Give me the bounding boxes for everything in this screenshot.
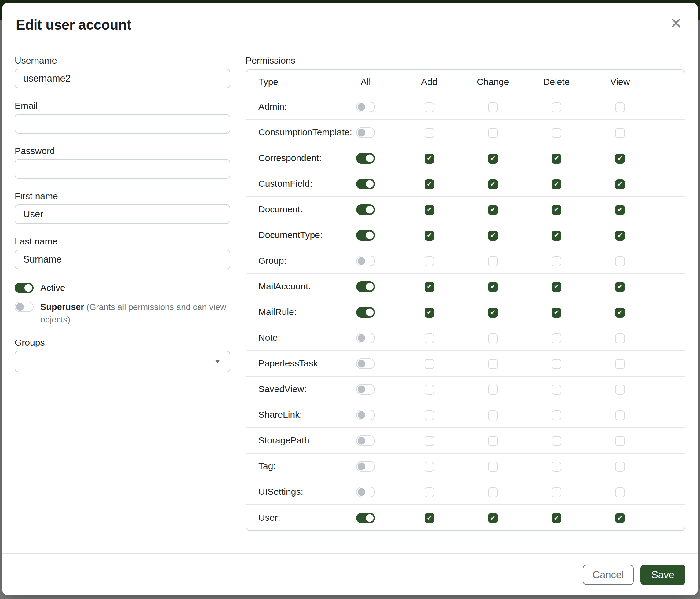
permission-view-checkbox[interactable] [615,257,625,266]
groups-select[interactable]: ▼ [15,351,230,372]
permission-change-checkbox[interactable] [488,257,498,266]
permission-change-checkbox[interactable] [488,102,498,112]
permission-delete-checkbox[interactable]: ✔ [552,154,561,164]
permission-view-checkbox[interactable] [615,436,625,446]
permission-view-checkbox[interactable] [615,102,625,112]
permission-delete-checkbox[interactable]: ✔ [552,205,561,215]
permission-all-toggle[interactable] [356,513,375,523]
permission-all-toggle[interactable] [356,205,375,215]
permission-type-label: StoragePath: [246,428,334,453]
permission-all-toggle[interactable] [356,410,375,420]
permission-add-checkbox[interactable]: ✔ [425,205,434,215]
permission-all-toggle[interactable] [356,435,375,446]
permission-view-checkbox[interactable] [615,128,625,138]
permission-delete-checkbox[interactable] [552,385,561,394]
permission-add-checkbox[interactable]: ✔ [425,154,434,164]
permission-add-checkbox[interactable] [425,487,434,497]
permission-all-toggle[interactable] [356,230,375,241]
permission-view-checkbox[interactable]: ✔ [615,282,625,292]
first-name-input[interactable] [15,205,230,224]
permission-change-checkbox[interactable]: ✔ [488,205,498,215]
permission-change-checkbox[interactable] [488,462,498,472]
permission-add-checkbox[interactable]: ✔ [425,308,434,317]
permission-all-toggle[interactable] [356,384,375,394]
cancel-button[interactable]: Cancel [583,565,634,585]
permission-view-checkbox[interactable] [615,487,625,497]
permission-add-checkbox[interactable] [425,333,434,343]
permission-delete-checkbox[interactable] [552,359,561,369]
permission-all-toggle[interactable] [356,358,375,369]
permission-all-toggle[interactable] [356,102,375,112]
last-name-input[interactable] [15,250,230,269]
check-icon: ✔ [554,206,559,213]
permission-all-toggle[interactable] [356,307,375,317]
permission-delete-checkbox[interactable] [552,462,561,472]
permission-all-toggle[interactable] [356,179,375,189]
permission-view-checkbox[interactable]: ✔ [615,231,625,241]
permission-change-checkbox[interactable] [488,385,498,394]
permission-add-checkbox[interactable]: ✔ [425,513,434,523]
save-button[interactable]: Save [641,565,685,585]
active-toggle[interactable] [15,283,33,293]
permission-view-checkbox[interactable]: ✔ [615,205,625,215]
permission-delete-checkbox[interactable]: ✔ [552,513,561,523]
permission-add-checkbox[interactable]: ✔ [425,231,434,241]
permission-view-checkbox[interactable]: ✔ [615,154,625,164]
permission-view-checkbox[interactable] [615,410,625,420]
permission-delete-checkbox[interactable] [552,257,561,266]
username-input[interactable] [15,69,230,88]
permission-change-checkbox[interactable] [488,359,498,369]
permission-view-checkbox[interactable]: ✔ [615,308,625,317]
permission-delete-checkbox[interactable]: ✔ [552,179,561,189]
permission-delete-checkbox[interactable]: ✔ [552,308,561,317]
permission-change-checkbox[interactable] [488,487,498,497]
permission-add-checkbox[interactable] [425,385,434,394]
check-icon: ✔ [490,283,496,290]
permission-all-toggle[interactable] [356,282,375,292]
permission-all-toggle[interactable] [356,127,375,138]
permission-delete-checkbox[interactable] [552,410,561,420]
superuser-toggle[interactable] [15,302,33,312]
permission-change-checkbox[interactable] [488,128,498,138]
permission-add-checkbox[interactable] [425,410,434,420]
permission-all-toggle[interactable] [356,487,375,497]
permission-delete-checkbox[interactable] [552,436,561,446]
permission-add-checkbox[interactable]: ✔ [425,179,434,189]
permission-add-checkbox[interactable] [425,462,434,472]
permission-view-checkbox[interactable] [615,385,625,394]
close-button[interactable]: × [666,11,686,35]
email-input[interactable] [15,114,230,134]
permission-all-toggle[interactable] [356,153,375,164]
permission-change-checkbox[interactable]: ✔ [488,231,498,241]
permission-add-checkbox[interactable] [425,257,434,266]
permission-delete-checkbox[interactable] [552,128,561,138]
permission-all-toggle[interactable] [356,333,375,343]
permission-add-checkbox[interactable] [425,102,434,112]
password-input[interactable] [15,159,230,179]
permission-add-checkbox[interactable]: ✔ [425,282,434,292]
permission-view-checkbox[interactable]: ✔ [615,179,625,189]
permission-change-checkbox[interactable] [488,410,498,420]
permission-change-checkbox[interactable]: ✔ [488,513,498,523]
permission-add-checkbox[interactable] [425,436,434,446]
permission-delete-checkbox[interactable]: ✔ [552,282,561,292]
permission-row: PaperlessTask: [246,351,685,376]
permission-change-checkbox[interactable]: ✔ [488,179,498,189]
permission-change-checkbox[interactable] [488,333,498,343]
permission-delete-checkbox[interactable] [552,102,561,112]
permission-add-checkbox[interactable] [425,359,434,369]
permission-change-checkbox[interactable]: ✔ [488,308,498,317]
permission-delete-checkbox[interactable] [552,487,561,497]
permission-add-checkbox[interactable] [425,128,434,138]
permission-view-checkbox[interactable]: ✔ [615,513,625,523]
permission-view-checkbox[interactable] [615,359,625,369]
permission-all-toggle[interactable] [356,256,375,266]
permission-change-checkbox[interactable] [488,436,498,446]
permission-all-toggle[interactable] [356,461,375,472]
permission-view-checkbox[interactable] [615,462,625,472]
permission-change-checkbox[interactable]: ✔ [488,282,498,292]
permission-view-checkbox[interactable] [615,333,625,343]
permission-delete-checkbox[interactable]: ✔ [552,231,561,241]
permission-delete-checkbox[interactable] [552,333,561,343]
permission-change-checkbox[interactable]: ✔ [488,154,498,164]
